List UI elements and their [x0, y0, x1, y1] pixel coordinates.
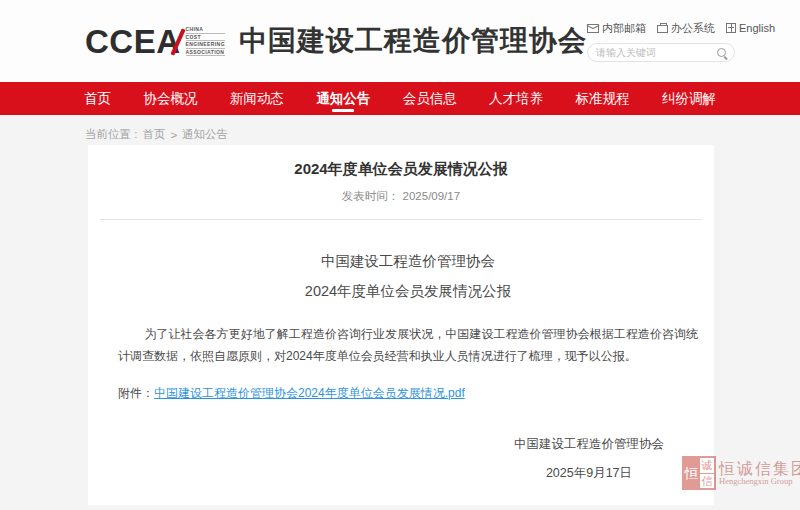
- breadcrumb-home-link[interactable]: 首页: [142, 127, 165, 142]
- nav-item-news[interactable]: 新闻动态: [228, 82, 286, 115]
- logo-subtext-line: COST: [186, 34, 225, 42]
- watermark-name-en: Hengchengxin Group: [719, 477, 800, 486]
- attachment-label: 附件：: [118, 386, 154, 400]
- site-logo[interactable]: CCEA CHINA COST ENGINEERING ASSOCIATION …: [85, 22, 587, 60]
- article-card: 2024年度单位会员发展情况公报 发表时间： 2025/09/17 中国建设工程…: [88, 145, 714, 505]
- internal-mail-link[interactable]: 内部邮箱: [587, 21, 646, 36]
- logo-subtext-line: CHINA: [186, 26, 225, 34]
- search-icon[interactable]: [717, 48, 726, 57]
- signature-block: 中国建设工程造价管理协会 2025年9月17日: [118, 436, 698, 482]
- main-nav: 首页 协会概况 新闻动态 通知公告 会员信息 人才培养 标准规程 纠纷调解: [0, 82, 800, 115]
- site-header: CCEA CHINA COST ENGINEERING ASSOCIATION …: [0, 0, 800, 82]
- quick-link-label: 内部邮箱: [602, 21, 646, 36]
- document-title-line: 2024年度单位会员发展情况公报: [118, 282, 698, 301]
- site-title: 中国建设工程造价管理协会: [239, 22, 587, 60]
- logo-subtext-line: ENGINEERING: [186, 41, 225, 49]
- breadcrumb-prefix: 当前位置 :: [85, 127, 137, 142]
- article-title: 2024年度单位会员发展情况公报: [88, 145, 714, 179]
- quick-link-label: English: [739, 22, 775, 34]
- logo-subtext: CHINA COST ENGINEERING ASSOCIATION: [186, 26, 225, 56]
- watermark-name-cn: 恒诚信集团: [719, 460, 800, 478]
- logo-subtext-line: ASSOCIATION: [186, 49, 225, 57]
- nav-item-home[interactable]: 首页: [82, 82, 113, 115]
- title-divider: [100, 219, 702, 220]
- office-system-link[interactable]: 办公系统: [657, 21, 715, 36]
- nav-item-members[interactable]: 会员信息: [401, 82, 459, 115]
- article-paragraph: 为了让社会各方更好地了解工程造价咨询行业发展状况，中国建设工程造价管理协会根据工…: [118, 323, 698, 367]
- breadcrumb: 当前位置 : 首页 > 通知公告: [0, 115, 800, 142]
- signature-date: 2025年9月17日: [514, 465, 664, 482]
- logo-wordmark: CCEA: [85, 25, 181, 58]
- article-body: 中国建设工程造价管理协会 2024年度单位会员发展情况公报 为了让社会各方更好地…: [88, 252, 714, 482]
- logo-text: CCEA: [85, 23, 181, 60]
- search-box: [587, 43, 735, 62]
- nav-item-mediation[interactable]: 纠纷调解: [660, 82, 718, 115]
- document-org-line: 中国建设工程造价管理协会: [118, 252, 698, 271]
- header-tools: 内部邮箱 办公系统 English: [587, 21, 735, 62]
- breadcrumb-current: 通知公告: [182, 127, 228, 142]
- article-publish-date: 发表时间： 2025/09/17: [88, 189, 714, 204]
- quick-link-label: 办公系统: [671, 21, 715, 36]
- english-link[interactable]: English: [726, 21, 775, 36]
- watermark-text: 恒诚信集团 Hengchengxin Group: [719, 460, 800, 487]
- breadcrumb-separator: >: [170, 129, 177, 141]
- attachment-row: 附件：中国建设工程造价管理协会2024年度单位会员发展情况.pdf: [118, 385, 698, 402]
- language-icon: [726, 23, 736, 33]
- nav-item-standards[interactable]: 标准规程: [574, 82, 632, 115]
- nav-item-about[interactable]: 协会概况: [141, 82, 199, 115]
- nav-item-training[interactable]: 人才培养: [487, 82, 545, 115]
- attachment-pdf-link[interactable]: 中国建设工程造价管理协会2024年度单位会员发展情况.pdf: [154, 386, 465, 400]
- mail-icon: [587, 24, 599, 33]
- office-system-icon: [657, 25, 668, 33]
- nav-item-notices[interactable]: 通知公告: [314, 82, 372, 115]
- search-input[interactable]: [596, 47, 713, 58]
- signature-org: 中国建设工程造价管理协会: [514, 436, 664, 453]
- quick-links: 内部邮箱 办公系统 English: [587, 21, 735, 36]
